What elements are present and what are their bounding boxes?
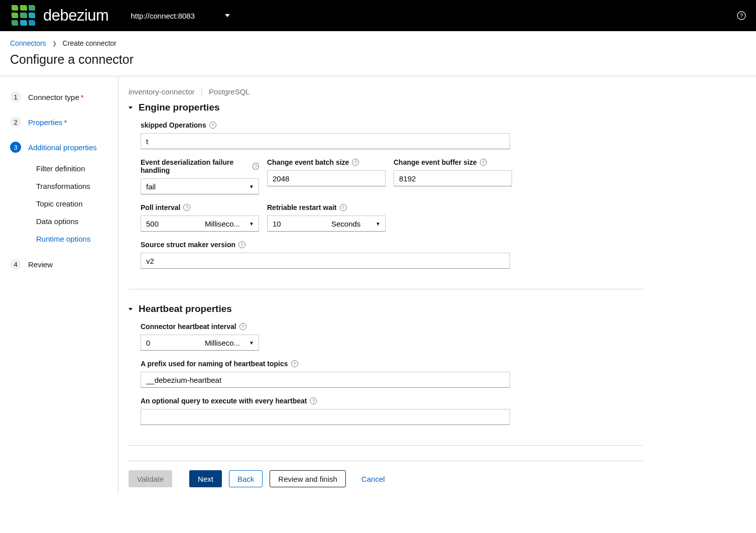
retriable-wait-unit-select[interactable]: Seconds (326, 216, 386, 232)
field-label: A prefix used for naming of heartbeat to… (141, 360, 288, 368)
skipped-operations-input[interactable] (141, 133, 510, 149)
field-batch-size: Change event batch size ? (267, 158, 386, 194)
chevron-down-icon (129, 308, 133, 310)
section-toggle-heartbeat[interactable]: Heartbeat properties (129, 301, 643, 319)
page-title: Configure a connector (0, 52, 756, 76)
field-label: Event deserialization failure handling (141, 158, 249, 174)
field-heartbeat-interval: Connector heartbeat interval ? Milliseco… (141, 323, 259, 351)
deserialization-failure-select[interactable]: fail (141, 178, 259, 194)
wizard-step-additional-properties[interactable]: 3 Additional properties (10, 138, 118, 163)
separator: | (201, 87, 203, 96)
help-icon[interactable]: ? (253, 163, 259, 170)
step-badge: 3 (10, 142, 21, 153)
section-title: Heartbeat properties (139, 303, 232, 314)
next-button[interactable]: Next (189, 470, 222, 487)
chevron-right-icon: ❯ (52, 40, 57, 47)
field-buffer-size: Change event buffer size ? (394, 158, 512, 194)
field-label: An optional query to execute with every … (141, 397, 307, 405)
connector-header: inventory-connector | PostgreSQL (129, 87, 643, 96)
field-label: Retriable restart wait (267, 203, 337, 211)
batch-size-input[interactable] (267, 170, 386, 186)
step-label: Connector type (28, 93, 79, 101)
review-finish-button[interactable]: Review and finish (270, 470, 346, 487)
step-badge: 4 (10, 259, 21, 270)
cluster-url: http://connect:8083 (131, 12, 195, 20)
help-icon[interactable]: ? (239, 323, 246, 330)
back-button[interactable]: Back (229, 470, 263, 487)
field-label: Poll interval (141, 203, 180, 211)
field-skipped-operations: skipped Operations ? (141, 121, 510, 149)
heartbeat-prefix-input[interactable] (141, 372, 510, 388)
section-engine-properties: Engine properties skipped Operations ? (129, 100, 643, 289)
field-retriable-wait: Retriable restart wait ? Seconds ▼ (267, 203, 386, 232)
brand-text: debezium (43, 7, 108, 25)
help-icon[interactable]: ? (340, 204, 347, 211)
cancel-button[interactable]: Cancel (353, 470, 394, 487)
heartbeat-interval-unit-select[interactable]: Milliseco... (200, 335, 259, 351)
field-label: Change event buffer size (394, 158, 477, 166)
step-label: Properties (28, 118, 62, 127)
field-label: Change event batch size (267, 158, 349, 166)
poll-interval-input[interactable] (141, 216, 200, 232)
retriable-wait-input[interactable] (267, 216, 326, 232)
field-heartbeat-prefix: A prefix used for naming of heartbeat to… (141, 360, 510, 388)
help-icon[interactable]: ? (291, 360, 298, 367)
field-label: Connector heartbeat interval (141, 323, 236, 331)
heartbeat-query-input[interactable] (141, 409, 510, 425)
connector-name: inventory-connector (129, 87, 195, 96)
field-label: Source struct maker version (141, 241, 235, 249)
wizard-step-review[interactable]: 4 Review (10, 255, 118, 280)
top-header: debezium http://connect:8083 ? (0, 0, 756, 31)
help-icon[interactable]: ? (238, 241, 245, 248)
chevron-down-icon (225, 14, 230, 17)
connector-type: PostgreSQL (209, 87, 250, 96)
field-struct-version: Source struct maker version ? (141, 241, 510, 269)
help-icon[interactable]: ? (352, 159, 359, 166)
heartbeat-interval-input[interactable] (141, 335, 200, 351)
brand: debezium (10, 4, 108, 28)
breadcrumb-current: Create connector (63, 39, 116, 47)
substep-filter-definition[interactable]: Filter definition (27, 160, 118, 177)
substep-runtime-options[interactable]: Runtime options (27, 230, 118, 248)
breadcrumb-link-connectors[interactable]: Connectors (10, 39, 46, 47)
validate-button[interactable]: Validate (129, 470, 172, 487)
section-toggle-engine[interactable]: Engine properties (129, 100, 643, 118)
help-icon[interactable]: ? (737, 11, 746, 20)
debezium-logo-icon (10, 4, 36, 28)
substep-transformations[interactable]: Transformations (27, 177, 118, 195)
field-deserialization-failure: Event deserialization failure handling ?… (141, 158, 259, 194)
wizard-footer: Validate Next Back Review and finish Can… (129, 461, 643, 493)
main-content: inventory-connector | PostgreSQL Engine … (118, 76, 651, 493)
step-label: Review (28, 260, 53, 269)
section-title: Engine properties (139, 102, 220, 113)
help-icon[interactable]: ? (310, 397, 317, 404)
step-label: Additional properties (28, 143, 97, 152)
wizard-step-properties[interactable]: 2 Properties* (10, 113, 118, 138)
step-badge: 2 (10, 117, 21, 128)
svg-text:?: ? (740, 13, 743, 19)
struct-version-input[interactable] (141, 253, 510, 269)
cluster-selector[interactable]: http://connect:8083 (124, 9, 236, 23)
substep-topic-creation[interactable]: Topic creation (27, 195, 118, 212)
buffer-size-input[interactable] (394, 170, 512, 186)
required-asterisk: * (81, 93, 84, 101)
help-icon[interactable]: ? (209, 122, 216, 129)
breadcrumb: Connectors ❯ Create connector (0, 31, 756, 52)
substep-data-options[interactable]: Data options (27, 212, 118, 230)
help-icon[interactable]: ? (183, 204, 190, 211)
field-poll-interval: Poll interval ? Milliseco... ▼ (141, 203, 259, 232)
poll-interval-unit-select[interactable]: Milliseco... (200, 216, 259, 232)
help-icon[interactable]: ? (480, 159, 487, 166)
step-badge: 1 (10, 91, 21, 102)
field-heartbeat-query: An optional query to execute with every … (141, 397, 510, 425)
wizard-nav: 1 Connector type* 2 Properties* 3 Additi… (0, 76, 118, 493)
required-asterisk: * (64, 118, 67, 127)
chevron-down-icon (129, 106, 133, 109)
section-heartbeat-properties: Heartbeat properties Connector heartbeat… (129, 301, 643, 446)
wizard-step-connector-type[interactable]: 1 Connector type* (10, 87, 118, 113)
field-label: skipped Operations (141, 121, 206, 129)
